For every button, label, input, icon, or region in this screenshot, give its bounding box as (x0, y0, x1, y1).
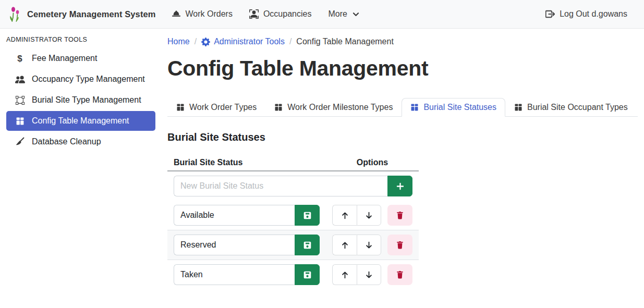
table-row (167, 260, 419, 290)
sidebar-item-fee-management[interactable]: $ Fee Management (6, 48, 155, 68)
main-content: Home / Administrator Tools / Config Tabl… (162, 29, 644, 308)
save-button[interactable] (295, 205, 320, 226)
breadcrumb-home[interactable]: Home (167, 37, 190, 46)
arrow-down-icon (364, 270, 373, 279)
tab-label: Work Order Types (189, 103, 257, 112)
column-header-burial-site-status: Burial Site Status (167, 155, 326, 171)
tab-work-order-milestone-types[interactable]: Work Order Milestone Types (265, 98, 402, 117)
nav-more[interactable]: More (320, 5, 368, 23)
arrow-down-icon (364, 211, 373, 220)
reorder-button-group (332, 264, 381, 285)
breadcrumb-current: Config Table Management (296, 37, 394, 46)
save-button[interactable] (295, 264, 320, 285)
arrow-up-icon (341, 211, 349, 220)
status-name-input[interactable] (174, 264, 295, 285)
column-header-options: Options (326, 155, 419, 171)
sidebar-heading: ADMINISTRATOR TOOLS (6, 36, 155, 43)
reorder-button-group (332, 205, 381, 226)
bounding-box-icon (15, 96, 25, 105)
tab-bar: Work Order Types Work Order Milestone Ty… (167, 98, 638, 117)
move-up-button[interactable] (332, 235, 357, 255)
page-title: Config Table Management (167, 54, 638, 83)
table-icon (15, 117, 25, 126)
move-up-button[interactable] (332, 205, 357, 226)
arrow-down-icon (364, 241, 373, 250)
reorder-button-group (332, 235, 381, 255)
sidebar-item-label: Database Cleanup (32, 137, 101, 146)
sidebar-item-config-table-management[interactable]: Config Table Management (6, 111, 155, 131)
breadcrumb-separator: / (289, 37, 291, 46)
sidebar-item-burial-site-type-management[interactable]: Burial Site Type Management (6, 90, 155, 110)
top-navbar: Cemetery Management System Work Orders O… (0, 0, 644, 29)
tab-burial-site-statuses[interactable]: Burial Site Statuses (402, 98, 505, 117)
nav-work-orders-label: Work Orders (186, 9, 233, 19)
move-up-button[interactable] (332, 264, 357, 285)
floppy-icon (303, 270, 312, 279)
add-status-button[interactable] (387, 176, 412, 196)
delete-button[interactable] (387, 205, 412, 226)
logout-link[interactable]: Log Out d.gowans (537, 5, 636, 23)
table-icon (514, 103, 523, 112)
tab-burial-site-occupant-types[interactable]: Burial Site Occupant Types (505, 98, 637, 117)
dollar-icon: $ (15, 54, 25, 63)
new-status-row (167, 171, 419, 201)
breadcrumb-administrator-tools[interactable]: Administrator Tools (201, 37, 285, 46)
trash-icon (396, 211, 404, 219)
table-icon (410, 103, 419, 112)
hardhat-icon (172, 9, 181, 19)
sidebar-item-label: Config Table Management (32, 116, 129, 126)
logout-label: Log Out d.gowans (560, 9, 627, 19)
box-arrow-right-icon (545, 9, 555, 19)
move-down-button[interactable] (357, 235, 381, 255)
gear-icon (201, 38, 210, 46)
navbar-links: Work Orders Occupancies More (163, 5, 368, 23)
nav-occupancies[interactable]: Occupancies (241, 5, 320, 23)
chevron-down-icon (352, 10, 360, 18)
tab-label: Work Order Milestone Types (287, 103, 393, 112)
nav-occupancies-label: Occupancies (263, 9, 312, 19)
tulip-logo-icon (8, 6, 22, 22)
tab-work-order-types[interactable]: Work Order Types (167, 98, 265, 117)
plus-icon (396, 182, 405, 191)
arrow-up-icon (341, 270, 349, 279)
sidebar-item-label: Fee Management (32, 54, 97, 63)
trash-icon (396, 241, 404, 249)
status-name-input[interactable] (174, 235, 295, 255)
broom-icon (15, 137, 25, 146)
status-table: Burial Site Status Options (167, 155, 419, 289)
move-down-button[interactable] (357, 205, 381, 226)
breadcrumb: Home / Administrator Tools / Config Tabl… (167, 37, 638, 46)
table-row (167, 230, 419, 260)
sidebar-item-database-cleanup[interactable]: Database Cleanup (6, 132, 155, 152)
save-button[interactable] (295, 235, 320, 255)
app-brand[interactable]: Cemetery Management System (8, 6, 156, 22)
table-row (167, 201, 419, 230)
table-icon (176, 103, 185, 112)
table-icon (274, 103, 283, 112)
sidebar-item-occupancy-type-management[interactable]: Occupancy Type Management (6, 69, 155, 89)
move-down-button[interactable] (357, 264, 381, 285)
section-heading: Burial Site Statuses (167, 131, 638, 143)
nav-more-label: More (328, 9, 347, 19)
people-icon (15, 75, 25, 84)
sidebar-item-label: Burial Site Type Management (32, 95, 141, 105)
breadcrumb-administrator-tools-label: Administrator Tools (214, 37, 285, 46)
svg-text:$: $ (17, 54, 22, 63)
status-name-input[interactable] (174, 205, 295, 226)
nav-work-orders[interactable]: Work Orders (163, 5, 241, 23)
app-title: Cemetery Management System (27, 9, 156, 19)
floppy-icon (303, 241, 312, 250)
new-status-input[interactable] (174, 176, 387, 196)
sidebar-item-label: Occupancy Type Management (32, 75, 145, 84)
table-header-row: Burial Site Status Options (167, 155, 419, 171)
floppy-icon (303, 211, 312, 220)
sidebar: ADMINISTRATOR TOOLS $ Fee Management Occ… (0, 29, 162, 308)
delete-button[interactable] (387, 235, 412, 255)
trash-icon (396, 270, 404, 279)
tab-label: Burial Site Occupant Types (527, 103, 628, 112)
tab-label: Burial Site Statuses (423, 103, 496, 112)
arrow-up-icon (341, 241, 349, 250)
person-bounding-box-icon (249, 9, 259, 19)
delete-button[interactable] (387, 264, 412, 285)
breadcrumb-separator: / (195, 37, 197, 46)
